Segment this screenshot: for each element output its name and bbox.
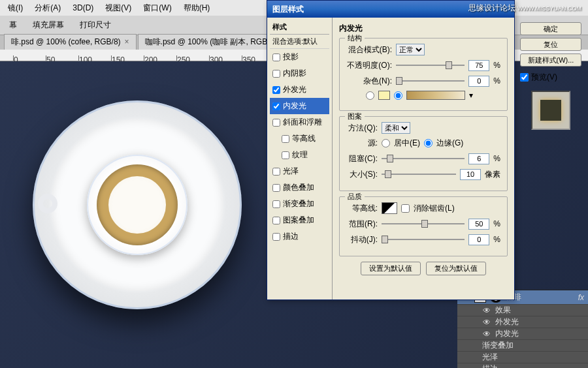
inner-glow-panel: 内发光 结构 混合模式(B): 正常 不透明度(O): % 杂色(N): <box>333 18 514 299</box>
style-inner-shadow[interactable]: 内阴影 <box>270 65 329 82</box>
chevron-down-icon[interactable]: ▾ <box>469 91 473 100</box>
fx-header[interactable]: 👁效果 <box>457 305 588 316</box>
fx-inner-glow[interactable]: 👁内发光 <box>457 328 588 340</box>
noise-slider[interactable] <box>396 75 465 87</box>
style-contour[interactable]: 等高线 <box>270 130 329 147</box>
preview-thumbnail <box>531 91 570 130</box>
jitter-input[interactable] <box>468 234 489 245</box>
gradient-radio[interactable] <box>394 91 402 100</box>
source-center-radio[interactable] <box>382 139 390 147</box>
menu-help[interactable]: 帮助(H) <box>178 1 216 15</box>
menu-window[interactable]: 窗口(W) <box>138 1 176 15</box>
style-outer-glow[interactable]: 外发光 <box>270 82 329 98</box>
fx-satin[interactable]: 光泽 <box>457 352 588 363</box>
layers-panel: 👁 咖啡 fx 👁效果 👁外发光 👁内发光 渐变叠加 光泽 描边 <box>457 290 588 368</box>
doc-tab-1[interactable]: 啡.psd @ 100% (cofee, RGB/8)× <box>4 34 137 50</box>
size-slider[interactable] <box>382 168 456 180</box>
reset-default-button[interactable]: 复位为默认值 <box>426 262 486 275</box>
range-slider[interactable] <box>382 218 465 230</box>
close-icon[interactable]: × <box>125 37 129 46</box>
menu-view[interactable]: 视图(V) <box>100 1 137 15</box>
noise-input[interactable] <box>468 76 489 87</box>
style-color-overlay[interactable]: 颜色叠加 <box>270 179 329 196</box>
opacity-input[interactable] <box>468 60 489 71</box>
choke-input[interactable] <box>468 153 489 164</box>
panel-title: 内发光 <box>339 23 508 34</box>
style-inner-glow[interactable]: 内发光 <box>270 98 329 114</box>
fx-stroke[interactable]: 描边 <box>457 363 588 368</box>
fx-outer-glow[interactable]: 👁外发光 <box>457 316 588 328</box>
menu-3d[interactable]: 3D(D) <box>67 2 99 14</box>
contour-picker[interactable] <box>382 202 397 214</box>
fit-screen-button[interactable]: 幕 <box>5 18 21 32</box>
jitter-slider[interactable] <box>382 234 465 245</box>
fx-gradient-overlay[interactable]: 渐变叠加 <box>457 340 588 352</box>
color-radio[interactable] <box>366 91 374 100</box>
style-texture[interactable]: 纹理 <box>270 147 329 163</box>
style-bevel[interactable]: 斜面和浮雕 <box>270 114 329 130</box>
choke-slider[interactable] <box>382 153 465 164</box>
size-input[interactable] <box>460 169 481 180</box>
dialog-action-buttons: 确定 复位 新建样式(W)... 预览(V) <box>520 22 581 135</box>
style-stroke[interactable]: 描边 <box>270 228 329 245</box>
watermark: 思缘设计论坛 WWW.MISSYUAN.COM <box>468 3 581 14</box>
anti-alias-checkbox[interactable] <box>401 204 410 213</box>
saucer-graphic <box>33 100 242 309</box>
gradient-preview[interactable] <box>406 91 465 100</box>
styles-header[interactable]: 样式 <box>270 20 329 35</box>
elements-group: 图案 方法(Q): 柔和 源: 居中(E) 边缘(G) 阻塞(C): % <box>339 116 508 191</box>
ok-button[interactable]: 确定 <box>520 22 581 35</box>
fx-icon[interactable]: fx <box>578 293 584 302</box>
structure-group: 结构 混合模式(B): 正常 不透明度(O): % 杂色(N): % <box>339 38 508 111</box>
style-satin[interactable]: 光泽 <box>270 163 329 179</box>
range-input[interactable] <box>468 219 489 230</box>
make-default-button[interactable]: 设置为默认值 <box>361 262 421 275</box>
color-swatch[interactable] <box>378 91 390 100</box>
technique-select[interactable]: 柔和 <box>382 122 410 134</box>
menu-analysis[interactable]: 分析(A) <box>29 1 66 15</box>
quality-group: 品质 等高线: 消除锯齿(L) 范围(R): % 抖动(J): % <box>339 196 508 256</box>
style-gradient-overlay[interactable]: 渐变叠加 <box>270 196 329 212</box>
styles-list: 样式 混合选项:默认 投影 内阴影 外发光 内发光 斜面和浮雕 等高线 纹理 光… <box>267 18 333 299</box>
print-size-button[interactable]: 打印尺寸 <box>76 18 115 32</box>
menu-filter[interactable]: 镜(I) <box>3 1 28 15</box>
fill-screen-button[interactable]: 填充屏幕 <box>29 18 68 32</box>
cancel-button[interactable]: 复位 <box>520 38 581 51</box>
preview-checkbox[interactable] <box>520 73 529 82</box>
style-pattern-overlay[interactable]: 图案叠加 <box>270 212 329 228</box>
new-style-button[interactable]: 新建样式(W)... <box>520 54 581 67</box>
blending-options-item[interactable]: 混合选项:默认 <box>270 35 329 49</box>
opacity-slider[interactable] <box>396 59 465 71</box>
style-drop-shadow[interactable]: 投影 <box>270 49 329 65</box>
layer-style-dialog: 图层样式 样式 混合选项:默认 投影 内阴影 外发光 内发光 斜面和浮雕 等高线… <box>267 0 515 300</box>
source-edge-radio[interactable] <box>424 139 433 147</box>
blend-mode-select[interactable]: 正常 <box>396 44 425 55</box>
